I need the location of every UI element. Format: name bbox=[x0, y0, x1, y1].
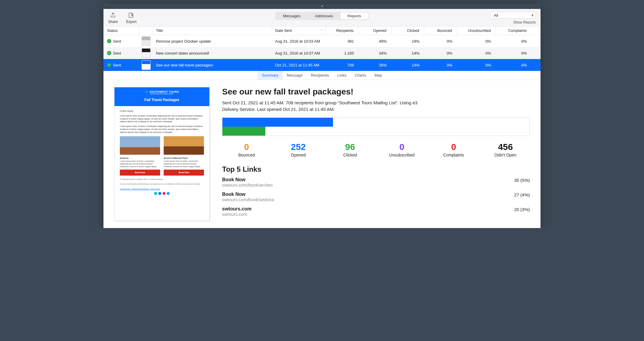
filter-select[interactable]: All ▲▼ bbox=[490, 12, 536, 18]
link-item[interactable]: swtours.comswtours.com 20 (3%) bbox=[222, 206, 530, 217]
col-date-sent[interactable]: Date Sent ⌃ bbox=[272, 27, 326, 35]
col-title[interactable]: Title bbox=[153, 27, 272, 35]
segment-reports[interactable]: Reports bbox=[340, 13, 369, 19]
row-date: Aug 31, 2018 at 10:07 AM bbox=[272, 51, 326, 55]
table-row[interactable]: ✓Sent New concert dates announced! Aug 3… bbox=[103, 47, 541, 59]
preview-image bbox=[164, 136, 204, 155]
row-bounced: 0% bbox=[424, 63, 457, 67]
social-icon bbox=[158, 192, 161, 195]
row-complaints: 0% bbox=[496, 51, 532, 55]
row-clicked: 19% bbox=[391, 39, 424, 44]
col-opened[interactable]: Opened bbox=[359, 27, 391, 35]
tab-charts[interactable]: Charts bbox=[351, 71, 370, 80]
row-unsub: 0% bbox=[457, 63, 496, 67]
email-thumbnail bbox=[142, 48, 151, 58]
preview-copyright: © Copyright [year] Company name. Company… bbox=[120, 178, 204, 180]
preview-image bbox=[120, 136, 160, 155]
col-bounced[interactable]: Bounced bbox=[424, 27, 457, 35]
tab-message[interactable]: Message bbox=[283, 71, 307, 80]
table-body: ✓Sent Penrose project October update Aug… bbox=[103, 35, 541, 71]
preview-card-title: Arches National Park bbox=[164, 156, 204, 160]
row-clicked: 14% bbox=[391, 63, 424, 67]
preview-tagline: EXPLORE AND DISCOVER bbox=[116, 93, 208, 95]
toolbar-area: Share Export Messages Addresses Reports … bbox=[103, 9, 541, 26]
col-unsubscribed[interactable]: Unsubscribed bbox=[457, 27, 496, 35]
share-icon bbox=[110, 12, 116, 18]
tab-links[interactable]: Links bbox=[333, 71, 351, 80]
summary-title: See our new fall travel packages! bbox=[222, 87, 530, 97]
row-recipients: 708 bbox=[326, 63, 359, 67]
stat-complaints: 0Complaints bbox=[429, 142, 478, 157]
social-icon bbox=[162, 192, 165, 195]
filter-select-value: All bbox=[494, 13, 498, 18]
col-thumb bbox=[139, 27, 153, 35]
col-complaints[interactable]: Complaints bbox=[496, 27, 532, 35]
share-button[interactable]: Share bbox=[108, 12, 118, 24]
stat-bounced: 0Bounced bbox=[222, 142, 271, 157]
preview-headline: Fall Travel Packages bbox=[116, 98, 208, 102]
open-click-chart bbox=[222, 117, 530, 136]
preview-card-text: Lorem ipsum dolor sit amet, consectetur … bbox=[164, 160, 204, 168]
preview-card-title: Sedona bbox=[120, 156, 160, 160]
status-text: Sent bbox=[113, 39, 121, 44]
link-count: 35 (5%) bbox=[514, 177, 530, 183]
show-reports-link[interactable]: Show Reports bbox=[513, 20, 536, 24]
table-row[interactable]: ✓Sent See our new fall travel packages! … bbox=[103, 59, 541, 71]
row-recipients: 381 bbox=[326, 39, 359, 44]
segment-addresses[interactable]: Addresses bbox=[308, 13, 340, 19]
row-unsub: 0% bbox=[457, 51, 496, 55]
stat-unsubscribed: 0Unsubscribed bbox=[377, 142, 426, 157]
segment-messages[interactable]: Messages bbox=[276, 13, 308, 19]
check-icon: ✓ bbox=[107, 51, 111, 55]
stat-didnt-open: 456Didn't Open bbox=[481, 142, 530, 157]
status-text: Sent bbox=[113, 51, 121, 55]
chevron-updown-icon: ▲▼ bbox=[531, 14, 534, 17]
export-button[interactable]: Export bbox=[126, 12, 137, 24]
col-status[interactable]: Status bbox=[103, 27, 139, 35]
summary-meta: Sent Oct 21, 2021 at 11:45 AM. 708 recip… bbox=[222, 100, 419, 113]
check-icon: ✓ bbox=[107, 63, 111, 67]
share-label: Share bbox=[108, 20, 118, 24]
tab-map[interactable]: Map bbox=[370, 71, 386, 80]
link-count: 27 (4%) bbox=[514, 192, 530, 197]
app-window: Share Export Messages Addresses Reports … bbox=[103, 4, 541, 228]
stats-row: 0Bounced 252Opened 96Clicked 0Unsubscrib… bbox=[222, 142, 530, 157]
row-unsub: 0% bbox=[457, 39, 496, 44]
tab-recipients[interactable]: Recipients bbox=[307, 71, 333, 80]
row-title: See our new fall travel packages! bbox=[153, 63, 272, 67]
link-count: 20 (3%) bbox=[514, 206, 530, 212]
preview-book-button: Book Now bbox=[164, 170, 204, 176]
social-icon bbox=[167, 192, 170, 195]
preview-card-text: Lorem ipsum dolor sit amet, consectetur … bbox=[120, 160, 160, 168]
preview-footer: You are receiving this email because you… bbox=[120, 183, 204, 185]
sort-asc-icon: ⌃ bbox=[320, 29, 323, 32]
check-icon: ✓ bbox=[107, 39, 111, 43]
row-opened: 49% bbox=[359, 39, 391, 44]
preview-footer-links: Unsubscribe · Update Email Address · Vie… bbox=[120, 188, 160, 190]
link-item[interactable]: Book Nowswtours.com/book/arches 35 (5%) bbox=[222, 177, 530, 187]
preview-book-button: Book Now bbox=[120, 170, 160, 176]
preview-social bbox=[120, 192, 204, 195]
email-thumbnail bbox=[142, 60, 151, 70]
row-complaints: 0% bbox=[496, 63, 532, 67]
email-preview: 🌐 SOUTHWEST TOURS EXPLORE AND DISCOVER F… bbox=[114, 87, 210, 221]
export-icon bbox=[128, 12, 134, 18]
row-bounced: 0% bbox=[424, 39, 457, 44]
opened-bar bbox=[222, 118, 333, 127]
titlebar bbox=[103, 4, 541, 9]
row-opened: 34% bbox=[359, 51, 391, 55]
col-recipients[interactable]: Recipients bbox=[326, 27, 359, 35]
table-header-row: Status Title Date Sent ⌃ Recipients Open… bbox=[103, 26, 541, 35]
detail-tabbar: Summary Message Recipients Links Charts … bbox=[103, 71, 541, 80]
table-row[interactable]: ✓Sent Penrose project October update Aug… bbox=[103, 35, 541, 47]
view-segmented-control: Messages Addresses Reports bbox=[275, 12, 369, 20]
export-label: Export bbox=[126, 20, 137, 24]
tab-summary[interactable]: Summary bbox=[258, 71, 283, 80]
col-date-label: Date Sent bbox=[275, 29, 292, 33]
top-links-heading: Top 5 Links bbox=[222, 165, 530, 173]
col-clicked[interactable]: Clicked bbox=[391, 27, 424, 35]
social-icon bbox=[154, 192, 157, 195]
stat-clicked: 96Clicked bbox=[326, 142, 374, 157]
link-item[interactable]: Book Nowswtours.com/book/sedona 27 (4%) bbox=[222, 192, 530, 202]
row-complaints: 0% bbox=[496, 39, 532, 44]
